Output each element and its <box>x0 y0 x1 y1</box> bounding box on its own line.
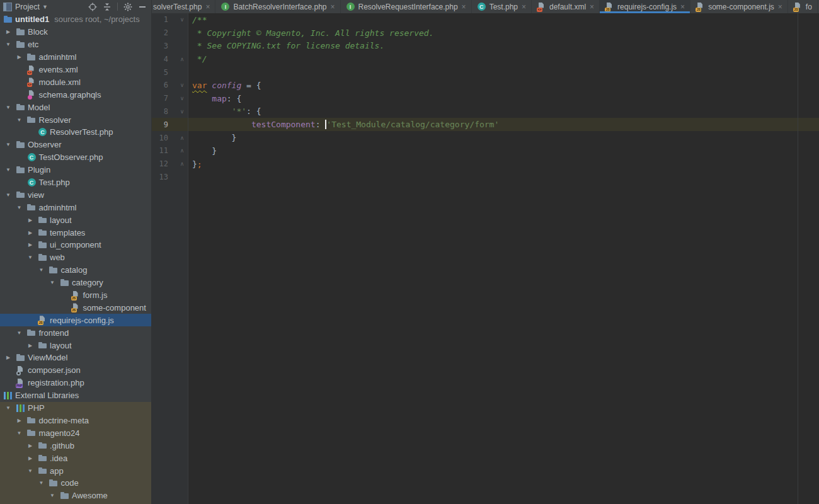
tree-item[interactable]: Awesome <box>0 490 151 502</box>
tree-item[interactable]: doctrine-meta <box>0 415 151 427</box>
tree-chevron-icon[interactable] <box>14 54 25 60</box>
fold-marker-icon[interactable]: ∨ <box>178 108 186 115</box>
tree-chevron-icon[interactable] <box>3 29 13 35</box>
tree-item[interactable]: app <box>0 464 151 477</box>
editor-tab[interactable]: fo <box>788 0 818 13</box>
tree-chevron-icon[interactable] <box>25 230 35 236</box>
tab-close-icon[interactable]: × <box>462 3 466 11</box>
tree-item[interactable]: C TestObserver.php <box>0 151 151 164</box>
tab-close-icon[interactable]: × <box>590 3 594 11</box>
tree-item[interactable]: code <box>0 477 151 490</box>
tree-chevron-icon[interactable] <box>25 343 35 348</box>
code-line[interactable]: var config = { <box>188 79 819 92</box>
tree-item[interactable]: .github <box>0 439 151 452</box>
tree-item[interactable]: templates <box>0 226 151 239</box>
tree-chevron-icon[interactable] <box>3 142 13 147</box>
code-area[interactable]: /** * Copyright © Magento, Inc. All righ… <box>188 13 819 504</box>
code-line[interactable]: '*': { <box>188 105 819 118</box>
tree-item[interactable]: Block <box>0 26 151 38</box>
tree-item[interactable]: adminhtml <box>0 51 151 64</box>
tree-item[interactable]: category <box>0 277 151 289</box>
hide-panel-icon[interactable] <box>137 2 148 12</box>
editor-tab[interactable]: solverTest.php × <box>152 0 215 13</box>
tree-chevron-icon[interactable] <box>3 192 13 198</box>
tree-chevron-icon[interactable] <box>14 330 25 336</box>
tree-item[interactable]: form.js <box>0 289 151 302</box>
tree-chevron-icon[interactable] <box>25 217 35 223</box>
code-line[interactable]: /** <box>188 13 819 26</box>
tree-chevron-icon[interactable] <box>47 493 57 498</box>
tree-chevron-icon[interactable] <box>37 267 47 273</box>
tree-item[interactable]: module.xml <box>0 76 151 88</box>
tree-chevron-icon[interactable] <box>25 242 35 248</box>
fold-marker-icon[interactable]: ∧ <box>178 56 186 62</box>
tree-item[interactable]: layout <box>0 214 151 226</box>
code-line[interactable]: } <box>188 144 819 158</box>
tree-item[interactable]: events.xml <box>0 64 151 76</box>
tree-item[interactable]: .idea <box>0 452 151 464</box>
editor-tab[interactable]: default.xml × <box>532 0 600 13</box>
fold-marker-icon[interactable]: ∧ <box>178 147 186 154</box>
editor-gutter[interactable]: 1 ∨ 2 3 4 ∧ 5 6 ∨ 7 ∨ 8 ∨ 9 10 ∧ 11 ∧ 12… <box>152 13 188 504</box>
tree-item[interactable]: ui_component <box>0 239 151 251</box>
fold-marker-icon[interactable]: ∧ <box>178 135 186 141</box>
tree-item[interactable]: External Libraries <box>0 389 151 402</box>
tree-item[interactable]: ViewModel <box>0 352 151 364</box>
tree-item[interactable]: Observer <box>0 139 151 151</box>
editor-tab[interactable]: some-component.js × <box>690 0 788 13</box>
editor-tab[interactable]: I ResolveRequestInterface.php × <box>341 0 472 13</box>
tree-chevron-icon[interactable] <box>14 205 25 210</box>
fold-marker-icon[interactable]: ∧ <box>178 161 186 167</box>
code-line[interactable]: }; <box>188 158 819 171</box>
tree-item[interactable]: adminhtml <box>0 201 151 214</box>
tree-chevron-icon[interactable] <box>14 117 25 123</box>
tree-item[interactable]: untitled1 sources root, ~/projects <box>0 13 151 26</box>
code-line[interactable]: * Copyright © Magento, Inc. All rights r… <box>188 26 819 40</box>
tree-item[interactable]: C Test.php <box>0 176 151 189</box>
tree-chevron-icon[interactable] <box>3 405 13 411</box>
tab-close-icon[interactable]: × <box>522 3 526 11</box>
code-line[interactable] <box>188 171 819 184</box>
tree-item[interactable]: schema.graphqls <box>0 88 151 101</box>
tree-item[interactable]: PHP <box>0 402 151 415</box>
fold-marker-icon[interactable]: ∨ <box>178 82 186 88</box>
tree-item[interactable]: some-component <box>0 301 151 314</box>
tree-item[interactable]: Model <box>0 101 151 113</box>
tree-item[interactable]: requirejs-config.js <box>0 314 151 326</box>
tree-chevron-icon[interactable] <box>37 480 47 486</box>
tree-chevron-icon[interactable] <box>3 42 13 47</box>
project-panel-title[interactable]: Project <box>15 3 40 11</box>
tree-item[interactable]: etc <box>0 38 151 51</box>
settings-gear-icon[interactable] <box>122 2 134 12</box>
tree-item[interactable]: web <box>0 251 151 264</box>
tree-item[interactable]: C ResolverTest.php <box>0 126 151 139</box>
fold-marker-icon[interactable]: ∨ <box>178 95 186 101</box>
code-line[interactable]: } <box>188 131 819 144</box>
tab-close-icon[interactable]: × <box>680 3 685 11</box>
tree-item[interactable]: registration.php <box>0 377 151 389</box>
code-line[interactable]: */ <box>188 52 819 66</box>
editor-tab[interactable]: I BatchResolverInterface.php × <box>215 0 340 13</box>
tree-chevron-icon[interactable] <box>25 455 35 461</box>
tree-item[interactable]: layout <box>0 339 151 352</box>
tree-chevron-icon[interactable] <box>3 167 13 173</box>
tree-item[interactable]: magento24 <box>0 427 151 439</box>
fold-marker-icon[interactable]: ∨ <box>178 16 186 23</box>
tab-close-icon[interactable]: × <box>330 3 335 11</box>
tree-item[interactable]: Plugin <box>0 164 151 176</box>
tree-item[interactable]: catalog <box>0 264 151 277</box>
editor-tab[interactable]: requirejs-config.js × <box>600 0 690 13</box>
tree-item[interactable]: Resolver <box>0 113 151 126</box>
tree-chevron-icon[interactable] <box>14 418 25 423</box>
editor-tab[interactable]: C Test.php × <box>472 0 532 13</box>
tree-chevron-icon[interactable] <box>25 468 35 474</box>
code-line[interactable]: map: { <box>188 92 819 105</box>
code-line[interactable]: * See COPYING.txt for license details. <box>188 40 819 53</box>
tree-chevron-icon[interactable] <box>3 355 13 360</box>
tree-item[interactable]: frontend <box>0 326 151 339</box>
tab-close-icon[interactable]: × <box>778 3 782 11</box>
dropdown-arrow-icon[interactable]: ▼ <box>42 4 48 10</box>
code-line[interactable] <box>188 66 819 79</box>
tree-chevron-icon[interactable] <box>3 105 13 110</box>
tree-chevron-icon[interactable] <box>14 430 25 436</box>
